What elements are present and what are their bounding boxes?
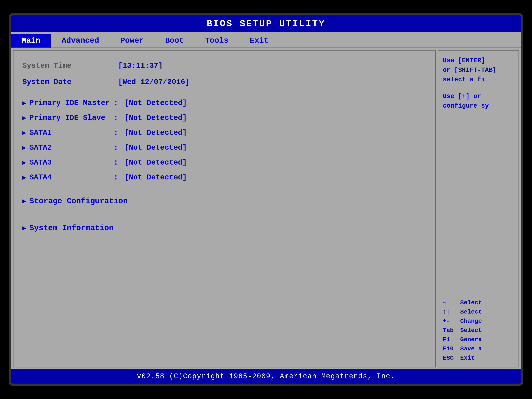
footer-bar: v02.58 (C)Copyright 1985-2009, American … [11,369,521,384]
system-time-row[interactable]: System Time [13:11:37] [22,62,426,70]
sata2-value: [Not Detected] [124,144,187,152]
key-desc-updown: Select [460,309,482,315]
arrow-icon: ▶ [22,99,26,107]
storage-config-row[interactable]: ▶ Storage Configuration [22,197,426,206]
system-date-row[interactable]: System Date [Wed 12/07/2016] [22,78,426,86]
sata4-label: ▶ SATA4 [22,173,111,182]
primary-ide-slave-label: ▶ Primary IDE Slave [22,114,111,122]
nav-boot[interactable]: Boot [154,34,195,48]
arrow-icon: ▶ [22,159,26,166]
help-text-section1: Use [ENTER] or [SHIFT-TAB] select a fi [443,56,514,85]
system-time-label: System Time [22,62,114,70]
key-row-f10: F10 Save a [443,345,514,352]
primary-ide-slave-row[interactable]: ▶ Primary IDE Slave : [Not Detected] [22,114,426,122]
key-desc-tab: Select [460,327,482,334]
system-info-row[interactable]: ▶ System Information [22,224,426,233]
key-desc-plusminus: Change [460,318,482,324]
footer-text: v02.58 (C)Copyright 1985-2009, American … [137,372,395,380]
nav-tools[interactable]: Tools [195,34,239,48]
bios-screen: BIOS SETUP UTILITY Main Advanced Power B… [11,15,521,384]
primary-ide-slave-value: [Not Detected] [124,114,187,122]
main-panel: System Time [13:11:37] System Date [Wed … [13,50,436,367]
sata1-label: ▶ SATA1 [22,129,111,137]
sata3-value: [Not Detected] [124,158,187,167]
sata3-row[interactable]: ▶ SATA3 : [Not Detected] [22,158,426,167]
help-text-4: Use [+] or [443,92,514,101]
sata1-row[interactable]: ▶ SATA1 : [Not Detected] [22,129,426,137]
key-symbol-f10: F10 [443,345,457,352]
key-row-esc: ESC Exit [443,355,514,361]
bios-title: BIOS SETUP UTILITY [207,19,325,29]
nav-main[interactable]: Main [11,34,51,48]
help-panel: Use [ENTER] or [SHIFT-TAB] select a fi U… [438,50,519,367]
sata1-value: [Not Detected] [124,129,187,137]
key-row-updown: ↑↓ Select [443,309,514,315]
help-text-2: or [SHIFT-TAB] [443,65,514,75]
key-symbol-plusminus: +- [443,318,457,324]
title-bar: BIOS SETUP UTILITY [11,15,521,32]
system-date-label: System Date [22,78,114,86]
key-desc-f1: Genera [460,336,482,343]
primary-ide-master-row[interactable]: ▶ Primary IDE Master : [Not Detected] [22,99,426,107]
help-text-3: select a fi [443,75,514,85]
primary-ide-master-label: ▶ Primary IDE Master [22,99,111,107]
help-text-section2: Use [+] or configure sy [443,92,514,111]
content-area: System Time [13:11:37] System Date [Wed … [11,48,521,369]
key-symbol-tab: Tab [443,327,457,334]
monitor: BIOS SETUP UTILITY Main Advanced Power B… [9,13,523,386]
nav-exit[interactable]: Exit [239,34,279,48]
key-symbol-updown: ↑↓ [443,309,457,315]
primary-ide-master-value: [Not Detected] [124,99,187,107]
nav-power[interactable]: Power [110,34,154,48]
key-symbol-arrows: ↔ [443,299,457,306]
sata2-row[interactable]: ▶ SATA2 : [Not Detected] [22,144,426,152]
nav-bar[interactable]: Main Advanced Power Boot Tools Exit [11,32,521,48]
arrow-icon: ▶ [22,144,26,152]
arrow-icon: ▶ [22,197,26,205]
key-row-plusminus: +- Change [443,318,514,324]
sata3-label: ▶ SATA3 [22,158,111,167]
system-info-label: ▶ System Information [22,224,114,233]
key-row-f1: F1 Genera [443,336,514,343]
system-time-value[interactable]: [13:11:37] [118,62,163,70]
arrow-icon: ▶ [22,174,26,181]
key-desc-esc: Exit [460,355,475,361]
help-text-5: configure sy [443,101,514,111]
nav-advanced[interactable]: Advanced [51,34,110,48]
arrow-icon: ▶ [22,224,26,232]
key-row-tab: Tab Select [443,327,514,334]
key-desc-f10: Save a [460,345,482,352]
sata4-value: [Not Detected] [124,173,187,182]
key-desc-arrows: Select [460,299,482,306]
sata4-row[interactable]: ▶ SATA4 : [Not Detected] [22,173,426,182]
arrow-icon: ▶ [22,114,26,122]
system-date-value[interactable]: [Wed 12/07/2016] [118,78,190,86]
arrow-icon: ▶ [22,129,26,137]
help-keys: ↔ Select ↑↓ Select +- Change Tab Select [443,299,514,361]
key-symbol-esc: ESC [443,355,457,361]
storage-config-label: ▶ Storage Configuration [22,197,128,206]
key-row-arrows: ↔ Select [443,299,514,306]
sata2-label: ▶ SATA2 [22,144,111,152]
help-text-1: Use [ENTER] [443,56,514,65]
key-symbol-f1: F1 [443,336,457,343]
